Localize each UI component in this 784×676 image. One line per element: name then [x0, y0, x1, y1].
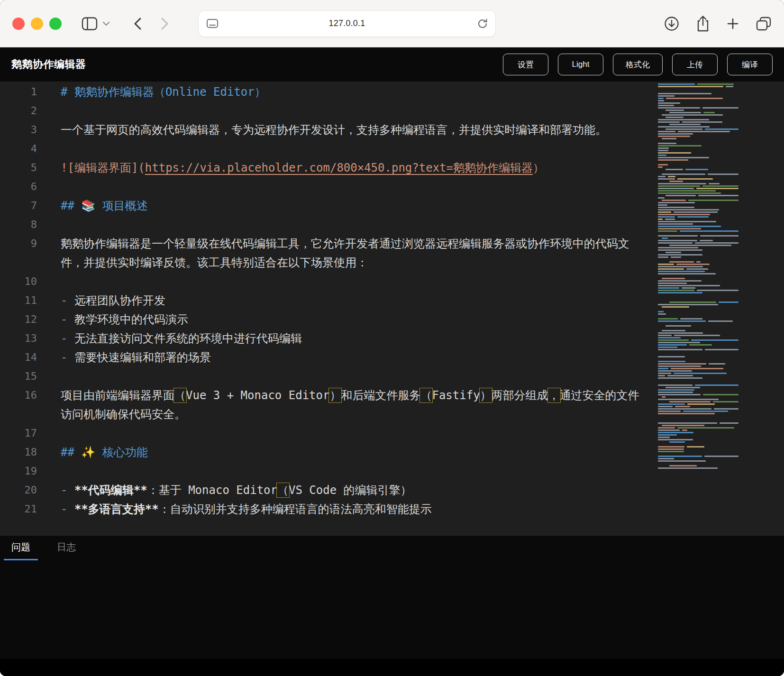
- minimap-row: [658, 138, 738, 139]
- minimap-row: [658, 150, 738, 151]
- forward-button[interactable]: [158, 17, 171, 31]
- minimap-row: [658, 105, 738, 106]
- line-number: 12: [0, 310, 37, 329]
- toolbar-button-theme[interactable]: Light: [558, 54, 603, 75]
- panel-tabs: 问题日志: [0, 536, 784, 560]
- minimap-row: [658, 408, 738, 410]
- minimap-row: [658, 387, 738, 388]
- zoom-window-button[interactable]: [49, 18, 62, 30]
- minimap-row: [658, 370, 738, 372]
- line-number: 19: [0, 462, 37, 481]
- line-number: 11: [0, 291, 37, 310]
- chrome-right-icons: [664, 15, 772, 32]
- line-number: 20: [0, 481, 37, 500]
- minimap-row: [658, 425, 738, 426]
- minimap-row: [658, 238, 738, 239]
- minimap-row: [658, 197, 738, 199]
- minimap-row: [658, 294, 738, 296]
- minimap-row: [658, 434, 738, 436]
- new-tab-button[interactable]: [726, 17, 739, 30]
- panel-tab-logs[interactable]: 日志: [49, 536, 83, 560]
- minimap-row: [658, 439, 738, 440]
- minimap-row: [658, 259, 738, 260]
- line-number: 6: [0, 177, 37, 196]
- minimap-row: [658, 375, 738, 376]
- minimap-row: [658, 233, 738, 234]
- minimap-row: [658, 264, 738, 265]
- minimap-row: [658, 174, 738, 175]
- code-editor[interactable]: 1# 鹅鹅协作编辑器（Online Editor）23一个基于网页的高效代码编辑…: [0, 82, 784, 535]
- minimap-row: [658, 240, 738, 241]
- minimap-row: [658, 119, 738, 120]
- chevron-down-icon: [102, 21, 110, 27]
- minimap-row: [658, 275, 738, 277]
- minimap-row: [658, 287, 738, 289]
- minimap-row: [658, 325, 738, 327]
- minimap-row: [658, 95, 738, 97]
- minimap-row: [658, 458, 738, 459]
- minimap-row: [658, 207, 738, 208]
- reload-icon[interactable]: [476, 18, 489, 30]
- tab-overview-button[interactable]: [756, 16, 772, 31]
- line-number: 4: [0, 139, 37, 158]
- minimap-row: [658, 183, 738, 184]
- minimize-window-button[interactable]: [31, 18, 43, 30]
- page-format-icon[interactable]: [206, 18, 219, 29]
- url-text[interactable]: 127.0.0.1: [329, 18, 365, 28]
- plus-icon: [726, 17, 739, 30]
- panel-tab-problems[interactable]: 问题: [4, 536, 38, 560]
- address-bar[interactable]: 127.0.0.1: [198, 10, 496, 37]
- minimap-row: [658, 195, 738, 196]
- minimap-row: [658, 164, 738, 165]
- minimap-row: [658, 117, 738, 118]
- minimap-row: [658, 252, 738, 253]
- minimap-row: [658, 256, 738, 258]
- minimap-row: [658, 190, 738, 192]
- minimap-row: [658, 396, 738, 398]
- minimap-row: [658, 290, 738, 291]
- minimap-row: [658, 145, 738, 146]
- line-number: 13: [0, 329, 37, 348]
- close-window-button[interactable]: [12, 18, 25, 30]
- share-button[interactable]: [696, 15, 710, 32]
- toolbar-button-compile[interactable]: 编译: [727, 54, 773, 75]
- sidebar-toggle-button[interactable]: [82, 17, 98, 31]
- minimap-row: [658, 335, 738, 336]
- minimap-row: [658, 143, 738, 144]
- minimap-row: [658, 181, 738, 182]
- minimap-row: [658, 249, 738, 251]
- toolbar-button-format[interactable]: 格式化: [613, 54, 663, 75]
- minimap-row: [658, 86, 738, 87]
- minimap-row: [658, 140, 738, 142]
- minimap-row: [658, 429, 738, 431]
- app-header: 鹅鹅协作编辑器 设置Light格式化上传编译: [0, 47, 784, 82]
- minimap-row: [658, 176, 738, 177]
- minimap-row: [658, 100, 738, 101]
- minimap-row: [658, 363, 738, 365]
- minimap-row: [658, 354, 738, 355]
- minimap-row: [658, 432, 738, 433]
- minimap-row: [658, 280, 738, 282]
- toolbar-button-upload[interactable]: 上传: [672, 54, 718, 75]
- minimap-row: [658, 309, 738, 310]
- back-button[interactable]: [132, 17, 144, 31]
- minimap-row: [658, 313, 738, 315]
- minimap-row: [658, 358, 738, 360]
- minimap-row: [658, 261, 738, 263]
- minimap-row: [658, 418, 738, 419]
- minimap-row: [658, 285, 738, 286]
- minimap-row: [658, 228, 738, 229]
- minimap-row: [658, 420, 738, 421]
- window-footer: [0, 659, 784, 676]
- downloads-button[interactable]: [664, 16, 680, 32]
- minimap-row: [658, 332, 738, 334]
- line-number: 2: [0, 101, 37, 120]
- minimap-row: [658, 271, 738, 272]
- line-number: 9: [0, 234, 37, 272]
- minimap-row: [658, 242, 738, 244]
- sidebar-menu-button[interactable]: [102, 21, 110, 27]
- toolbar-button-settings[interactable]: 设置: [503, 54, 548, 75]
- minimap-row: [658, 136, 738, 137]
- minimap[interactable]: [655, 82, 784, 535]
- minimap-row: [658, 373, 738, 374]
